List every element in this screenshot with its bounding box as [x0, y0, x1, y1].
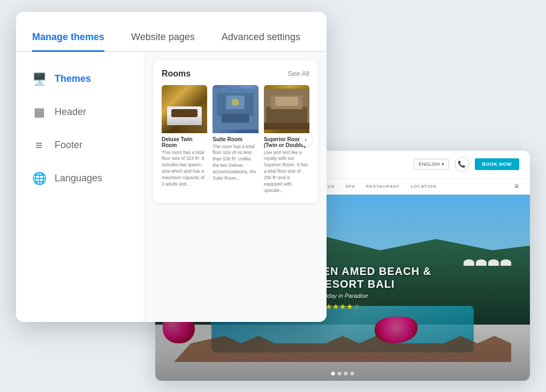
panel-body: 🖥️ Themes ▦ Header ≡ Footer 🌐 Languages [16, 52, 327, 322]
room-name-1: Deluxe Twin Room [162, 136, 207, 148]
room-2-svg [213, 85, 258, 133]
hamburger-menu[interactable]: ≡ [514, 182, 519, 190]
sidebar-languages-label: Languages [55, 173, 102, 184]
header-icon: ▦ [32, 105, 46, 119]
room-name-2: Suite Room [213, 136, 258, 142]
list-icon: ≡ [32, 139, 46, 152]
room-photo-3 [264, 85, 309, 133]
svg-rect-6 [222, 113, 249, 122]
dot-1[interactable] [331, 372, 335, 375]
room-desc-3: Live and rest like a royalty with our Su… [264, 150, 309, 194]
rooms-next-arrow[interactable]: › [299, 133, 312, 146]
language-label: ENGLISH [419, 162, 440, 167]
svg-rect-10 [266, 106, 307, 122]
dot-4[interactable] [351, 372, 354, 375]
sidebar-footer-label: Footer [55, 140, 82, 151]
svg-rect-12 [275, 96, 298, 105]
rooms-grid: Deluxe Twin Room This room has a total f… [162, 85, 309, 194]
manage-panel: Manage themes Website pages Advanced set… [16, 12, 327, 322]
room-photo-1 [162, 85, 207, 133]
globe-icon: 🌐 [32, 172, 46, 186]
website-nav-right: ENGLISH ▾ 📞 BOOK NOW [414, 157, 519, 172]
book-now-button[interactable]: BOOK NOW [475, 158, 520, 170]
nav-location[interactable]: LOCATION [411, 184, 436, 189]
svg-rect-13 [264, 122, 309, 129]
language-button[interactable]: ENGLISH ▾ [414, 159, 449, 170]
nav-restaurant[interactable]: RESTAURANT [366, 184, 400, 189]
room-photo-2 [213, 85, 258, 133]
room-3-svg [264, 85, 309, 133]
see-all-link[interactable]: See All [288, 70, 309, 78]
svg-point-8 [232, 98, 239, 106]
sidebar-item-languages[interactable]: 🌐 Languages [16, 162, 144, 195]
room-item-2[interactable]: Suite Room The room has a total floor si… [213, 85, 258, 194]
tab-website-pages[interactable]: Website pages [131, 32, 195, 52]
rooms-title: Rooms [162, 69, 191, 79]
sidebar-item-header[interactable]: ▦ Header [16, 96, 144, 129]
phone-button[interactable]: 📞 [454, 157, 469, 172]
rooms-header: Rooms See All [162, 69, 309, 79]
panel-content: Rooms See All Deluxe Twin Room [145, 52, 327, 322]
rooms-card: Rooms See All Deluxe Twin Room [153, 60, 318, 203]
language-dropdown-icon: ▾ [442, 162, 444, 167]
sidebar-themes-label: Themes [55, 73, 91, 84]
monitor-icon: 🖥️ [32, 72, 46, 86]
nav-spa[interactable]: SPA [345, 184, 355, 189]
sidebar-item-themes[interactable]: 🖥️ Themes [16, 63, 144, 96]
sidebar-header-label: Header [55, 106, 86, 118]
tab-advanced-settings[interactable]: Advanced settings [222, 32, 300, 52]
room-desc-1: This room has a total floor size of 323 … [162, 150, 207, 188]
bed-headboard [171, 109, 198, 117]
sidebar-item-footer[interactable]: ≡ Footer [16, 129, 144, 162]
room-desc-2: The room has a total floor size of no le… [213, 144, 258, 182]
dot-2[interactable] [338, 372, 342, 375]
bed-shape [167, 106, 202, 125]
hero-dots [331, 372, 354, 375]
room-item-1[interactable]: Deluxe Twin Room This room has a total f… [162, 85, 207, 194]
dot-3[interactable] [344, 372, 348, 375]
panel-tabs: Manage themes Website pages Advanced set… [16, 12, 327, 52]
panel-sidebar: 🖥️ Themes ▦ Header ≡ Footer 🌐 Languages [16, 52, 145, 322]
main-scene: PALM GARDEN AMED PALM GARDEN AMEDBEACH &… [16, 12, 530, 381]
tab-manage-themes[interactable]: Manage themes [32, 32, 104, 52]
